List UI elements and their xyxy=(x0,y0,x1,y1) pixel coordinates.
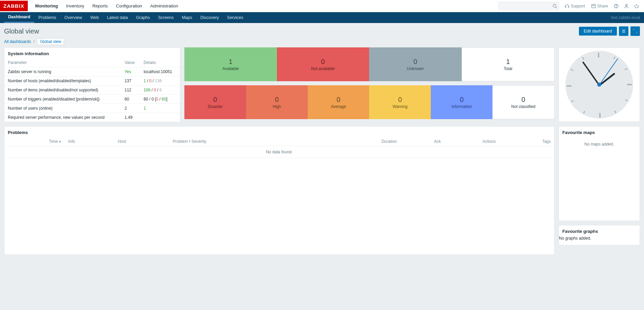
sysinfo-row: Required server performance, new values … xyxy=(4,113,180,122)
tile-available[interactable]: 1Available xyxy=(184,47,277,81)
col-value: Value xyxy=(121,58,140,67)
problems-col-time[interactable]: Time▼ xyxy=(4,137,65,146)
widget-favourite-maps: Favourite maps No maps added. xyxy=(559,126,640,221)
power-icon xyxy=(634,4,639,8)
sub-nav: DashboardProblemsOverviewWebLatest dataG… xyxy=(4,12,247,23)
subnav-dashboard[interactable]: Dashboard xyxy=(4,12,34,23)
help-icon xyxy=(614,4,619,8)
top-actions: Support Share xyxy=(498,0,641,12)
sysinfo-row: Number of items (enabled/disabled/not su… xyxy=(4,86,180,95)
page-title: Global view xyxy=(4,27,39,35)
topnav-inventory[interactable]: Inventory xyxy=(62,0,88,12)
widget-title: Favourite graphs xyxy=(559,225,640,236)
subnav-graphs[interactable]: Graphs xyxy=(132,12,154,23)
problems-col-problem[interactable]: Problem • Severity xyxy=(169,137,335,146)
search-icon xyxy=(552,4,557,8)
widget-title: System information xyxy=(4,48,180,58)
subnav-discovery[interactable]: Discovery xyxy=(196,12,223,23)
problems-col-info[interactable]: Info xyxy=(65,137,114,146)
tile-high[interactable]: 0High xyxy=(246,85,308,119)
problems-col-tags[interactable]: Tags xyxy=(499,137,554,146)
sysinfo-table: ParameterValueDetails Zabbix server is r… xyxy=(4,58,180,122)
brand-logo[interactable]: ZABBIX xyxy=(0,1,28,11)
edit-dashboard-button[interactable]: Edit dashboard xyxy=(579,27,617,36)
widget-clock xyxy=(559,47,640,122)
subnav-services[interactable]: Services xyxy=(223,12,247,23)
tile-unknown[interactable]: 0Unknown xyxy=(369,47,462,81)
problems-col-duration[interactable]: Duration xyxy=(334,137,400,146)
logout-button[interactable] xyxy=(632,0,641,12)
widget-favourite-graphs: Favourite graphs No graphs added. xyxy=(559,225,640,245)
problems-col-host[interactable]: Host xyxy=(114,137,169,146)
support-link[interactable]: Support xyxy=(562,0,588,12)
dashboard-menu-button[interactable] xyxy=(619,26,628,36)
topnav-administration[interactable]: Administration xyxy=(146,0,182,12)
user-button[interactable] xyxy=(622,0,631,12)
subnav-maps[interactable]: Maps xyxy=(178,12,196,23)
clock-second-hand xyxy=(599,59,618,85)
sysinfo-row: Zabbix server is runningYeslocalhost:100… xyxy=(4,67,180,76)
col-parameter: Parameter xyxy=(4,58,121,67)
fullscreen-icon xyxy=(633,29,638,34)
user-icon xyxy=(624,4,629,8)
tile-warning[interactable]: 0Warning xyxy=(369,85,431,119)
widget-system-information: System information ParameterValueDetails… xyxy=(4,47,180,122)
tile-average[interactable]: 0Average xyxy=(308,85,369,119)
svg-point-5 xyxy=(616,7,617,7)
page-header: Global view Edit dashboard xyxy=(0,23,644,38)
svg-point-6 xyxy=(625,4,627,6)
subnav-screens[interactable]: Screens xyxy=(154,12,178,23)
sysinfo-row: Number of users (online)21 xyxy=(4,104,180,113)
top-bar: ZABBIX MonitoringInventoryReportsConfigu… xyxy=(0,0,644,12)
tile-not-available[interactable]: 0Not available xyxy=(277,47,369,81)
widget-title: Favourite maps xyxy=(559,127,640,137)
search-input[interactable] xyxy=(498,2,559,10)
widget-title: Problems xyxy=(4,127,554,137)
host-availability-tiles: 1Available0Not available0Unknown1Total xyxy=(184,47,555,81)
top-nav: MonitoringInventoryReportsConfigurationA… xyxy=(31,0,182,12)
topnav-configuration[interactable]: Configuration xyxy=(112,0,146,12)
tile-total[interactable]: 1Total xyxy=(462,47,555,81)
fav-graphs-empty: No graphs added. xyxy=(559,236,640,241)
sysinfo-row: Number of triggers (enabled/disabled [pr… xyxy=(4,95,180,104)
tile-not-classified[interactable]: 0Not classified xyxy=(492,85,555,119)
dashboard-row-2: Problems Time▼InfoHostProblem • Severity… xyxy=(0,126,644,259)
host-label: test.zabbix.local xyxy=(611,15,640,20)
clock-hub xyxy=(597,83,601,87)
sysinfo-row: Number of hosts (enabled/disabled/templa… xyxy=(4,76,180,86)
col-details: Details xyxy=(140,58,180,67)
severity-tiles: 0Disaster0High0Average0Warning0Informati… xyxy=(184,85,555,119)
clock-face xyxy=(565,51,633,118)
fullscreen-button[interactable] xyxy=(630,26,640,36)
subnav-overview[interactable]: Overview xyxy=(60,12,86,23)
sub-nav-bar: DashboardProblemsOverviewWebLatest dataG… xyxy=(0,12,644,23)
fav-maps-empty: No maps added. xyxy=(559,137,640,151)
topnav-reports[interactable]: Reports xyxy=(88,0,112,12)
menu-icon xyxy=(621,29,626,34)
problems-nodata: No data found. xyxy=(4,146,554,158)
crumb-current[interactable]: Global view xyxy=(37,38,64,45)
subnav-web[interactable]: Web xyxy=(86,12,103,23)
subnav-latest-data[interactable]: Latest data xyxy=(103,12,132,23)
tile-disaster[interactable]: 0Disaster xyxy=(184,85,246,119)
svg-rect-2 xyxy=(592,4,596,8)
problems-col-actions[interactable]: Actions xyxy=(444,137,499,146)
share-icon xyxy=(591,4,596,8)
status-tiles: 1Available0Not available0Unknown1Total 0… xyxy=(184,47,555,119)
topnav-monitoring[interactable]: Monitoring xyxy=(31,0,62,12)
clock-minute-hand xyxy=(582,61,600,86)
dashboard-row-1: System information ParameterValueDetails… xyxy=(0,47,644,126)
crumb-all-dashboards[interactable]: All dashboards xyxy=(4,39,31,44)
svg-line-1 xyxy=(556,7,557,8)
breadcrumbs: All dashboards / Global view xyxy=(0,38,644,47)
share-link[interactable]: Share xyxy=(588,0,611,12)
svg-point-0 xyxy=(553,4,556,7)
help-button[interactable] xyxy=(611,0,621,12)
problems-col-ack[interactable]: Ack xyxy=(400,137,444,146)
headset-icon xyxy=(565,4,569,8)
tile-information[interactable]: 0Information xyxy=(431,85,492,119)
widget-problems: Problems Time▼InfoHostProblem • Severity… xyxy=(4,126,555,255)
